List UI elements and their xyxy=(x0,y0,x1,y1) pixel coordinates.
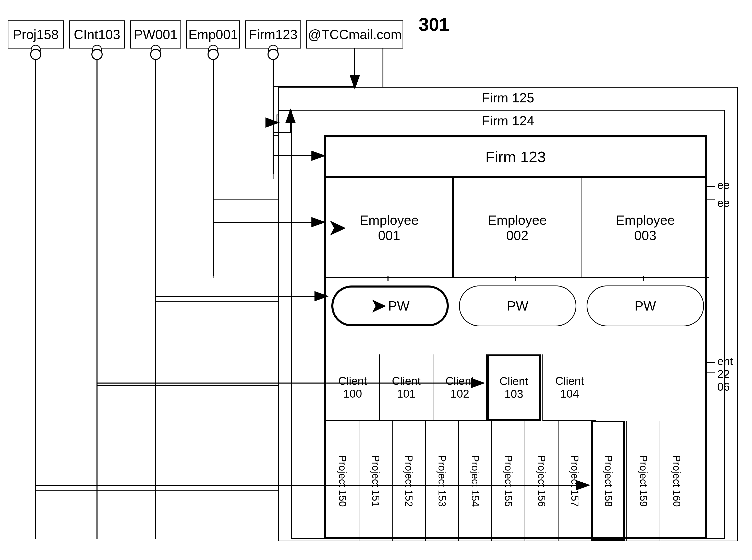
project-157-cell: Project 157 xyxy=(558,421,592,541)
svg-point-30 xyxy=(31,49,41,60)
employee-003-cell: Employee003 xyxy=(582,178,709,278)
client-101-cell: Client101 xyxy=(380,355,433,421)
project-153-cell: Project 153 xyxy=(426,421,459,541)
svg-point-31 xyxy=(92,49,102,60)
side-label-ent: ent xyxy=(717,355,733,368)
side-label-ee-1: ee xyxy=(717,179,730,192)
legend-pw001: PW001 xyxy=(130,20,181,48)
firm-123-box: Firm 123 Employee001 ➤ Employee002 Emplo… xyxy=(324,135,707,539)
firm-124-label: Firm 124 xyxy=(292,113,724,128)
diagram-container: 301 Proj158 CInt103 PW001 Emp001 Firm123… xyxy=(0,0,752,560)
project-156-cell: Project 156 xyxy=(525,421,558,541)
client-102-cell: Client102 xyxy=(433,355,487,421)
label-301: 301 xyxy=(419,14,449,35)
client-103-cell: Client103 xyxy=(487,355,541,421)
svg-point-32 xyxy=(150,49,161,60)
project-158-cell: Project 158 xyxy=(592,421,625,541)
project-160-cell: Project 160 xyxy=(659,421,693,541)
legend-emp001: Emp001 xyxy=(186,20,240,48)
employee-002-cell: Employee002 xyxy=(454,178,582,278)
project-150-cell: Project 150 xyxy=(326,421,360,541)
legend-tccmail: @TCCmail.com xyxy=(306,20,403,48)
project-154-cell: Project 154 xyxy=(459,421,492,541)
employee-001-cell: Employee001 ➤ xyxy=(326,178,454,278)
legend-clnt103: CInt103 xyxy=(69,20,125,48)
project-155-cell: Project 155 xyxy=(492,421,525,541)
pw-pill-2: PW xyxy=(459,285,576,326)
client-100-cell: Client100 xyxy=(326,355,380,421)
pw-pill-1: ➤ PW xyxy=(331,285,449,326)
client-104-cell: Client104 xyxy=(543,355,596,421)
legend-firm123: Firm123 xyxy=(245,20,301,48)
project-151-cell: Project 151 xyxy=(360,421,392,541)
pw-pill-3: PW xyxy=(587,285,704,326)
svg-point-33 xyxy=(208,49,218,60)
side-label-22: 22 xyxy=(717,368,730,380)
pw-arrow-icon: ➤ xyxy=(371,296,386,316)
svg-point-34 xyxy=(268,49,278,60)
firm-123-header: Firm 123 xyxy=(326,137,705,178)
legend-proj158: Proj158 xyxy=(8,20,64,48)
firm-125-label: Firm 125 xyxy=(279,90,737,105)
side-label-06: 06 xyxy=(717,380,730,393)
project-152-cell: Project 152 xyxy=(392,421,426,541)
employee-001-arrow: ➤ xyxy=(328,216,345,240)
side-label-ee-2: ee xyxy=(717,197,730,209)
project-159-cell: Project 159 xyxy=(626,421,659,541)
